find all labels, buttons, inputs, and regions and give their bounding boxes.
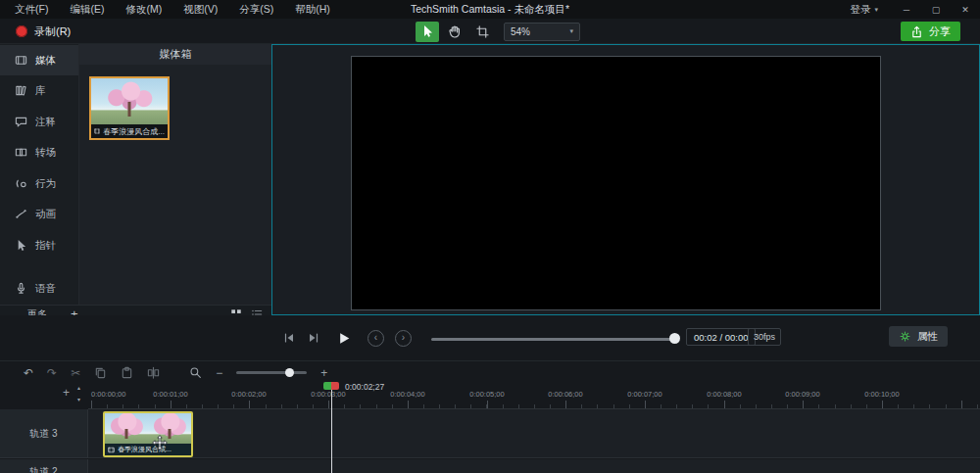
menu-view[interactable]: 视图(V) bbox=[172, 0, 228, 19]
sidebar-item-behaviors[interactable]: 行为 bbox=[0, 168, 78, 199]
ruler-label: 0:00:02;00 bbox=[220, 390, 278, 399]
menu-bar: 文件(F) 编辑(E) 修改(M) 视图(V) 分享(S) 帮助(H) Tech… bbox=[0, 0, 980, 19]
track-lane bbox=[88, 409, 980, 458]
timeline-zoom-in-button[interactable]: + bbox=[320, 367, 327, 379]
sidebar-item-library[interactable]: 库 bbox=[0, 75, 78, 106]
signin-menu[interactable]: 登录 ▾ bbox=[836, 3, 892, 17]
seek-slider[interactable] bbox=[431, 338, 678, 341]
record-icon bbox=[16, 25, 27, 37]
gear-icon bbox=[899, 330, 911, 343]
paste-button[interactable] bbox=[121, 366, 133, 379]
sidebar-item-annotations[interactable]: 注释 bbox=[0, 107, 78, 137]
menu-file[interactable]: 文件(F) bbox=[4, 0, 59, 19]
media-item-label: 春季浪漫风合成... bbox=[103, 126, 165, 137]
transport-controls: ‹ › bbox=[282, 325, 412, 351]
clip-thumbnail bbox=[105, 413, 191, 444]
timeline-zoom-tool[interactable] bbox=[189, 366, 202, 379]
sidebar-item-label: 转场 bbox=[35, 146, 56, 160]
properties-label: 属性 bbox=[917, 330, 938, 344]
close-button[interactable]: ✕ bbox=[951, 0, 980, 19]
minimize-button[interactable]: ─ bbox=[892, 0, 921, 19]
sidebar-item-cursor[interactable]: 指针 bbox=[0, 230, 78, 260]
media-item[interactable]: 春季浪漫风合成... bbox=[89, 76, 170, 140]
ruler-label: 0:00:00;00 bbox=[91, 390, 125, 399]
timeline-toolbar: ↶ ↷ ✂ − + bbox=[0, 360, 980, 384]
top-toolbar: 录制(R) 54% ▾ 分享 bbox=[0, 19, 980, 44]
crop-icon bbox=[476, 25, 489, 38]
timeline-zoom-slider[interactable] bbox=[236, 371, 307, 374]
split-icon bbox=[147, 366, 160, 379]
timeline-ruler[interactable]: 0:00:00;00 0:00:01;00 0:00:02;00 0:00:03… bbox=[88, 384, 980, 409]
sidebar-item-label: 动画 bbox=[35, 208, 56, 221]
track-header[interactable]: 轨道 3 bbox=[0, 409, 88, 458]
sidebar-item-label: 媒体 bbox=[35, 54, 56, 68]
ruler-label: 0:00:06;00 bbox=[536, 390, 595, 399]
ruler-label: 0:00:09;00 bbox=[773, 390, 832, 399]
maximize-button[interactable]: ▢ bbox=[921, 0, 951, 19]
add-track-button[interactable]: + bbox=[63, 386, 70, 400]
canvas-zoom-select[interactable]: 54% ▾ bbox=[504, 23, 580, 41]
record-label: 录制(R) bbox=[34, 24, 71, 39]
timeline-zoom-out-button[interactable]: − bbox=[216, 367, 222, 379]
track-scroll-down-icon[interactable]: ▾ bbox=[77, 396, 80, 402]
camtasia-window: 文件(F) 编辑(E) 修改(M) 视图(V) 分享(S) 帮助(H) Tech… bbox=[0, 0, 980, 473]
pointer-icon bbox=[15, 239, 27, 252]
media-item-thumbnail bbox=[91, 78, 168, 124]
sidebar-item-animations[interactable]: 动画 bbox=[0, 199, 78, 229]
move-cursor-icon bbox=[152, 435, 168, 450]
sidebar-item-label: 库 bbox=[35, 84, 46, 98]
animations-icon bbox=[15, 208, 27, 220]
share-button[interactable]: 分享 bbox=[901, 22, 960, 41]
menu-modify[interactable]: 修改(M) bbox=[115, 0, 172, 19]
step-forward-icon bbox=[307, 331, 320, 345]
cursor-icon bbox=[420, 24, 434, 38]
sidebar-item-audio[interactable]: 语音 bbox=[0, 273, 78, 304]
ruler-label: 0:00:04;00 bbox=[378, 390, 437, 399]
callout-icon bbox=[15, 116, 27, 128]
record-button[interactable]: 录制(R) bbox=[16, 23, 71, 40]
sidebar-item-media[interactable]: 媒体 bbox=[0, 45, 78, 75]
menu-edit[interactable]: 编辑(E) bbox=[59, 0, 115, 19]
edit-cursor-tool-button[interactable] bbox=[416, 22, 439, 42]
canvas-panel bbox=[271, 44, 980, 315]
split-button[interactable] bbox=[147, 366, 160, 379]
media-bin-title: 媒体箱 bbox=[79, 44, 271, 65]
seek-slider-knob[interactable] bbox=[669, 333, 680, 344]
properties-button[interactable]: 属性 bbox=[889, 326, 948, 347]
next-marker-button[interactable]: › bbox=[395, 330, 412, 347]
time-display: 00:02 / 00:00 bbox=[686, 328, 756, 346]
video-preview-stage[interactable] bbox=[351, 56, 881, 310]
sidebar-item-label: 指针 bbox=[35, 239, 56, 253]
step-backward-button[interactable] bbox=[282, 331, 296, 345]
track-header[interactable]: 轨道 2 bbox=[0, 459, 88, 473]
library-icon bbox=[15, 84, 27, 97]
undo-button[interactable]: ↶ bbox=[24, 367, 33, 379]
ruler-gutter: + ▴ ▾ bbox=[0, 384, 88, 409]
chevron-down-icon: ▾ bbox=[874, 6, 878, 14]
pan-hand-tool-button[interactable] bbox=[443, 22, 466, 42]
timeline-zoom-knob[interactable] bbox=[285, 368, 294, 377]
playback-bar: ‹ › 00:02 / 00:00 30fps 属性 bbox=[0, 315, 980, 360]
fps-badge: 30fps bbox=[748, 328, 781, 346]
ruler-label: 0:00:07;00 bbox=[615, 390, 674, 399]
track-lane bbox=[88, 459, 980, 473]
playhead-line[interactable] bbox=[331, 390, 332, 473]
redo-button[interactable]: ↷ bbox=[47, 367, 57, 379]
sidebar-item-transitions[interactable]: 转场 bbox=[0, 137, 78, 167]
play-button[interactable] bbox=[331, 325, 357, 351]
canvas-zoom-value: 54% bbox=[511, 26, 530, 37]
magnifier-icon bbox=[189, 366, 202, 379]
share-label: 分享 bbox=[929, 24, 951, 39]
sidebar-item-label: 行为 bbox=[35, 177, 56, 191]
timeline-clip[interactable]: 春季浪漫风合成... bbox=[103, 411, 193, 457]
cut-button[interactable]: ✂ bbox=[71, 367, 80, 379]
crop-tool-button[interactable] bbox=[470, 22, 494, 42]
playhead-handle[interactable] bbox=[323, 382, 339, 390]
media-icon bbox=[15, 54, 27, 67]
copy-button[interactable] bbox=[94, 366, 107, 379]
step-forward-button[interactable] bbox=[307, 331, 320, 345]
previous-marker-button[interactable]: ‹ bbox=[368, 330, 384, 347]
track-scroll-up-icon[interactable]: ▴ bbox=[77, 384, 80, 391]
canvas-tools: 54% ▾ bbox=[416, 21, 580, 42]
tools-sidebar: 媒体 库 注释 转场 行为 动画 指针 语音 bbox=[0, 44, 78, 305]
